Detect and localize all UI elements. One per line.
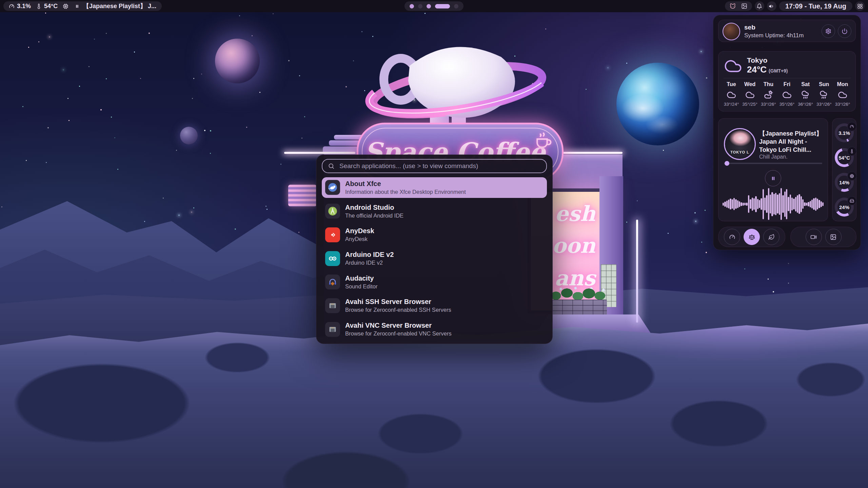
rain-icon	[819, 90, 829, 100]
app-name: AnyDesk	[345, 227, 374, 235]
image-icon	[830, 234, 836, 240]
network-port-icon	[325, 322, 340, 337]
forecast-day: Mon 33°/26°	[834, 81, 851, 107]
top-bar-right: 17:09 - Tue, 19 Aug	[725, 1, 865, 11]
system-gauges-card: 3.1% 54°C 14% 24%	[832, 118, 856, 221]
workspace-dot[interactable]	[410, 4, 414, 8]
android-studio-icon	[325, 204, 340, 219]
app-row-avahi-ssh[interactable]: Avahi SSH Server Browser Browse for Zero…	[322, 296, 547, 316]
workspace-dot[interactable]	[418, 4, 422, 8]
power-button[interactable]	[838, 24, 851, 38]
xfce-icon	[325, 180, 340, 195]
planet-purple	[215, 39, 260, 83]
profile-balanced-button[interactable]	[744, 229, 760, 245]
speedometer-icon	[9, 3, 15, 9]
app-name: About Xfce	[345, 180, 466, 188]
now-playing-pill[interactable]: 【Japanese Playlist】 J...	[69, 1, 162, 11]
clock-pill[interactable]: 17:09 - Tue, 19 Aug	[779, 1, 852, 11]
cpu-temp: 54°C	[36, 3, 58, 10]
forecast-day: Sat 36°/26°	[797, 81, 814, 107]
app-desc: The official Android IDE	[345, 212, 403, 219]
app-desc: AnyDesk	[345, 236, 374, 242]
speedometer-icon	[729, 234, 735, 240]
app-desc: Browse for Zeroconf-enabled VNC Servers	[345, 330, 452, 337]
workspace-dot[interactable]	[435, 4, 450, 8]
app-name: Arduino IDE v2	[345, 251, 394, 259]
app-row-avahi-vnc[interactable]: Avahi VNC Server Browser Browse for Zero…	[322, 319, 547, 340]
cat-icon[interactable]	[730, 3, 736, 9]
app-name: Audacity	[345, 274, 377, 282]
video-camera-icon	[810, 234, 817, 240]
screen-record-button[interactable]	[806, 229, 822, 245]
hard-drive-icon	[850, 199, 854, 203]
app-desc: Sound Editor	[345, 283, 377, 290]
arduino-icon	[325, 251, 340, 266]
cloud-icon	[727, 90, 736, 100]
now-playing-label: 【Japanese Playlist】 J...	[83, 2, 156, 10]
capture-card	[790, 227, 856, 247]
app-row-arduino[interactable]: Arduino IDE v2 Arduino IDE v2	[322, 248, 547, 269]
bell-icon	[756, 3, 762, 9]
track-title: 【Japanese Playlist】 Japan All Night - To…	[759, 129, 824, 154]
image-tray-icon[interactable]	[741, 3, 747, 9]
pause-button[interactable]	[765, 170, 781, 186]
cloud-icon	[782, 90, 792, 100]
volume-button[interactable]	[767, 1, 776, 11]
app-name: Android Studio	[345, 204, 403, 211]
app-desc: Information about the Xfce Desktop Envir…	[345, 189, 466, 195]
workspace-indicator[interactable]	[405, 1, 463, 11]
progress-bar[interactable]	[724, 163, 822, 164]
workspace-dot[interactable]	[427, 4, 431, 8]
pause-icon	[75, 4, 80, 9]
app-row-anydesk[interactable]: AnyDesk AnyDesk	[322, 224, 547, 245]
uptime-label: System Uptime: 4h11m	[744, 32, 804, 39]
avatar[interactable]	[723, 23, 740, 40]
progress-knob[interactable]	[725, 161, 729, 166]
search-input[interactable]	[339, 162, 541, 170]
workspace-dot[interactable]	[454, 4, 458, 8]
cpu-chip-icon	[850, 174, 854, 178]
leaf-icon	[768, 234, 775, 240]
track-subtitle: Chill Japan.	[759, 154, 788, 160]
cpu-chip-icon	[63, 3, 68, 9]
username: seb	[744, 24, 755, 31]
app-row-android-studio[interactable]: Android Studio The official Android IDE	[322, 201, 547, 222]
settings-button[interactable]	[822, 24, 835, 38]
app-name: Avahi VNC Server Browser	[345, 322, 452, 329]
power-icon	[842, 28, 848, 34]
pause-icon	[770, 176, 776, 181]
profile-power-saver-button[interactable]	[763, 229, 780, 245]
planet-small	[180, 127, 198, 144]
search-icon	[328, 163, 335, 169]
widget-panel: seb System Uptime: 4h11m Tokyo 24°C(GMT+…	[713, 15, 861, 250]
forecast-day: Thu 33°/26°	[760, 81, 777, 107]
coffee-cup-icon	[533, 129, 554, 151]
clock-label: 17:09 - Tue, 19 Aug	[785, 2, 846, 10]
roof-neon-tube	[562, 152, 623, 154]
grid-icon	[857, 3, 863, 9]
weather-timezone: (GMT+9)	[769, 68, 788, 74]
light-pole	[636, 220, 638, 323]
forecast-day: Sun 33°/26°	[815, 81, 833, 107]
app-grid-button[interactable]	[855, 1, 865, 11]
app-desc: Arduino IDE v2	[345, 260, 394, 266]
thermometer-icon	[36, 3, 42, 9]
audacity-icon	[325, 274, 340, 289]
media-player-card: TOKYO L 【Japanese Playlist】 Japan All Ni…	[718, 118, 828, 221]
forecast-day: Wed 35°/25°	[741, 81, 759, 107]
search-bar[interactable]	[322, 159, 547, 173]
app-row-audacity[interactable]: Audacity Sound Editor	[322, 272, 547, 292]
moon-terrain-foreground	[0, 322, 868, 488]
app-desc: Browse for Zeroconf-enabled SSH Servers	[345, 307, 451, 313]
planet-earth	[616, 63, 699, 145]
weather-card: Tokyo 24°C(GMT+9) Tue 33°/24° Wed 35°/25…	[718, 51, 856, 111]
profile-performance-button[interactable]	[724, 229, 740, 245]
album-art: TOKYO L	[724, 128, 756, 160]
weather-temp: 24°C(GMT+9)	[747, 64, 788, 75]
app-row-about-xfce[interactable]: About Xfce Information about the Xfce De…	[322, 177, 547, 198]
notifications-button[interactable]	[755, 1, 764, 11]
gear-icon	[825, 28, 831, 34]
cpu-gauge: 3.1%	[835, 123, 854, 142]
cloud-icon	[838, 90, 847, 100]
screenshot-button[interactable]	[825, 229, 842, 245]
